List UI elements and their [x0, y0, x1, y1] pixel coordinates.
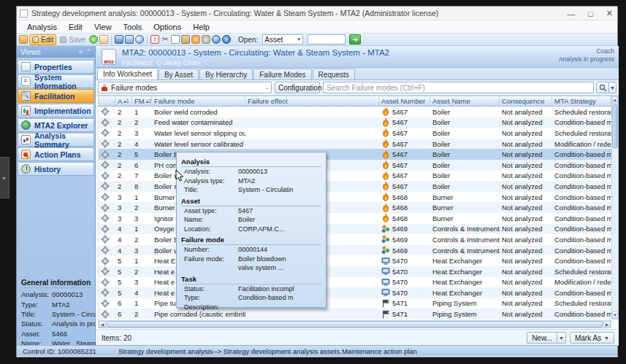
tab-by-hierarchy[interactable]: By Hierarchy [199, 69, 253, 80]
column-header-a[interactable]: A▴1 [115, 96, 132, 106]
sidebar-item-implementation[interactable]: Implementation [18, 104, 94, 117]
menu-item-edit[interactable]: Edit [63, 22, 88, 32]
new-button[interactable]: New... [527, 332, 557, 344]
tab-info-worksheet[interactable]: Info Worksheet [97, 68, 158, 80]
column-header-consequence[interactable]: Consequence [500, 96, 552, 106]
row-gear-cell [99, 171, 115, 182]
scroll-up-arrow[interactable]: ▲ [612, 96, 618, 104]
gear-icon [101, 160, 110, 169]
tab-requests[interactable]: Requests [313, 69, 355, 80]
open-id-input[interactable] [308, 34, 346, 44]
vertical-scrollbar[interactable]: ▲ ▼ [611, 96, 619, 320]
cell-consequence: Not analyzed [500, 149, 552, 160]
tooltip-row: Name:Boiler [181, 215, 321, 225]
column-header-fm[interactable]: FM▴2 [132, 96, 152, 106]
configuration-button[interactable]: Configuration ▼ [275, 82, 320, 93]
column-header-asset-name[interactable]: Asset Name [430, 96, 500, 106]
edit-button[interactable]: Edit [29, 34, 56, 45]
tab-failure-modes[interactable]: Failure Modes [253, 69, 311, 80]
column-header-failure-mode[interactable]: Failure mode [152, 96, 245, 106]
sort-indicator: ▴1 [123, 98, 129, 104]
cell-mta-strategy: Condition-based maintena [552, 117, 611, 128]
pin-sidebar-button[interactable]: ⌃ [85, 48, 91, 55]
minimize-button[interactable]: — [567, 9, 575, 18]
new-analysis-icon[interactable] [19, 35, 28, 44]
views-header-label: Views [20, 47, 41, 56]
layout-view-icon[interactable] [125, 35, 134, 44]
horizontal-scrollbar[interactable]: ◀ ▶ [98, 320, 611, 328]
flame-icon [381, 193, 390, 201]
cell-asset-number: 5467 [379, 128, 430, 139]
search-input[interactable]: Search Failure modes (Ctrl+F) [323, 82, 594, 93]
maximize-button[interactable]: □ [588, 9, 593, 18]
export-icon[interactable] [99, 35, 108, 44]
cell-asset-name: Boiler [430, 107, 500, 117]
column-header-icon[interactable] [99, 96, 115, 106]
cell-consequence: Not analyzed [500, 213, 552, 224]
column-header-failure-effect[interactable]: Failure effect [245, 96, 379, 106]
open-target-combo[interactable]: Asset ▼ [262, 34, 303, 44]
cut-icon[interactable]: ✂ [161, 35, 169, 44]
info-icon[interactable]: i [222, 35, 231, 44]
column-header-mta-strategy[interactable]: MTA Strategy [552, 96, 614, 106]
menu-item-options[interactable]: Options [148, 22, 187, 32]
collapse-sidebar-button[interactable]: « [78, 48, 82, 55]
zoom-icon[interactable] [135, 35, 144, 44]
sidebar-item-system-information[interactable]: System Information [18, 74, 94, 88]
globe-icon[interactable] [212, 35, 221, 44]
tooltip-section-title: Analysis [181, 158, 321, 167]
general-info-row: Title:System - Circulating: Water [21, 309, 96, 319]
table-row[interactable]: 21Boiler weld corroded5467BoilerNot anal… [99, 107, 611, 117]
sidebar-item-action-plans[interactable]: Action Plans [18, 147, 94, 161]
menu-item-view[interactable]: View [88, 22, 118, 32]
gear-icon [101, 246, 110, 255]
tooltip-label: Status: [181, 284, 238, 294]
refresh-icon[interactable] [89, 35, 98, 44]
cell-failure-mode: Boiler weld corroded [152, 107, 245, 117]
sidebar-item-analysis-summary[interactable]: Analysis Summary [18, 133, 94, 147]
cell-asset-number: 5469 [379, 234, 430, 245]
thumbs-down-icon[interactable] [202, 35, 210, 44]
menu-item-help[interactable]: Help [187, 22, 215, 32]
sidebar-item-facilitation[interactable]: Facilitation [18, 89, 94, 103]
gear-icon [101, 150, 110, 159]
close-button[interactable]: ✕ [606, 9, 613, 18]
progress-label: Analysis in progress [559, 55, 614, 63]
new-button-dropdown[interactable]: ▼ [557, 332, 566, 344]
paste-icon[interactable] [181, 35, 190, 44]
views-header: Views « ⌃ [17, 46, 95, 58]
thumbs-up-icon[interactable] [191, 35, 200, 44]
search-button[interactable] [596, 82, 609, 93]
alert-icon[interactable]: ! [150, 35, 159, 44]
tab-by-asset[interactable]: By Asset [159, 69, 199, 80]
go-button[interactable]: ➜ [349, 34, 361, 44]
search-options-dropdown[interactable]: ▼ [609, 82, 617, 93]
cell-asset-number: 5467 [379, 139, 430, 150]
table-row[interactable]: 23Water level sensor slipping out of adj… [99, 128, 611, 139]
sidebar-item-properties[interactable]: Properties [18, 60, 94, 74]
copy-icon[interactable] [171, 35, 180, 44]
save-button[interactable]: Save [58, 34, 88, 45]
scroll-down-arrow[interactable]: ▼ [612, 311, 618, 319]
cell-asset-name: Controls & Instrumentation [430, 234, 500, 245]
column-header-asset-number[interactable]: Asset Number [379, 96, 430, 106]
menu-item-analysis[interactable]: Analysis [21, 22, 63, 32]
cell-mta-strategy: Condition-based maintena [552, 160, 611, 171]
sidebar-item-history[interactable]: History [18, 162, 94, 176]
scroll-right-arrow[interactable]: ▶ [603, 321, 611, 328]
table-row[interactable]: 24Water level sensor calibrated too high… [99, 139, 611, 150]
scroll-left-arrow[interactable]: ◀ [99, 321, 106, 328]
scrollbar-thumb[interactable] [107, 321, 603, 328]
menu-item-tools[interactable]: Tools [118, 22, 148, 32]
mark-as-button[interactable]: Mark As▼ [570, 332, 614, 344]
mouse-cursor [175, 169, 184, 182]
cell-fm: 2 [132, 202, 152, 213]
failure-modes-combo[interactable]: Failure modes ⌄ [98, 82, 272, 93]
table-view-icon[interactable] [115, 35, 123, 44]
cell-asset-number: 5468 [379, 213, 430, 224]
scrollbar-thumb[interactable] [612, 104, 618, 148]
table-row[interactable]: 62Pipe corroded (caustic embrittlement)5… [99, 309, 611, 320]
table-row[interactable]: 22Feed water contaminated5467BoilerNot a… [99, 117, 611, 128]
cell-asset-number: 5467 [379, 107, 430, 117]
sidebar-item-mta2-explorer[interactable]: MTA2 Explorer [18, 118, 94, 132]
